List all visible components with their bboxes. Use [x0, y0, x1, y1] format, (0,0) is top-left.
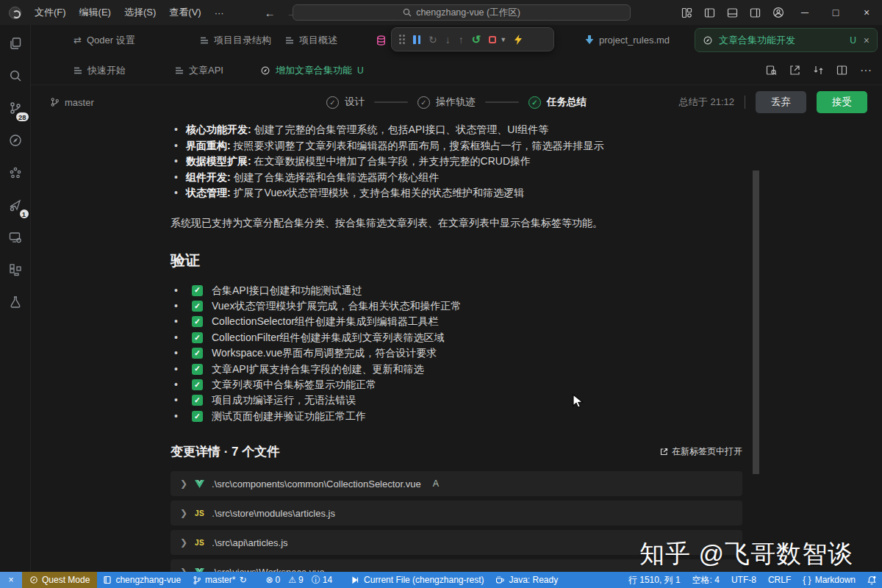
remote-indicator[interactable]: × — [0, 572, 22, 588]
accept-button[interactable]: 接受 — [817, 91, 867, 113]
open-preview-side-icon[interactable] — [789, 65, 800, 76]
menu-file[interactable]: 文件(F) — [28, 4, 73, 21]
java-status[interactable]: Java: Ready — [490, 572, 564, 588]
menu-overflow[interactable]: ··· — [208, 4, 231, 21]
language-mode[interactable]: { } Markdown — [797, 572, 861, 588]
open-in-new-tab-link[interactable]: 在新标签页中打开 — [660, 445, 742, 458]
branch-icon — [193, 576, 201, 585]
divider — [745, 96, 745, 109]
chevron-right-icon[interactable]: ❯ — [180, 508, 187, 518]
customize-layout-icon[interactable] — [675, 0, 698, 25]
chevron-right-icon[interactable]: ❯ — [180, 567, 187, 572]
quest-mode-indicator[interactable]: Quest Mode — [22, 572, 97, 588]
search-sidebar-icon[interactable] — [3, 63, 28, 88]
changes-heading: 变更详情 · 7 个文件 — [171, 443, 279, 460]
remote-explorer-icon[interactable] — [3, 225, 28, 250]
qoder-chat-icon[interactable] — [3, 128, 28, 153]
checkbox-checked-icon: ✓ — [192, 348, 203, 359]
mcp-tools-icon[interactable] — [3, 160, 28, 185]
verify-checklist: ✓合集API接口创建和功能测试通过 ✓Vuex状态管理模块扩展完成，合集相关状态… — [171, 283, 742, 425]
toggle-panel-icon[interactable] — [721, 0, 744, 25]
branch-label[interactable]: master — [50, 97, 94, 108]
debug-toolbar: ↻ ↓ ↑ ↺ ▼ — [391, 27, 554, 51]
toggle-sidebar-icon[interactable] — [698, 0, 721, 25]
sync-icon[interactable]: ↻ — [239, 575, 246, 585]
drag-grip-icon[interactable] — [399, 35, 405, 44]
tab-project-overview[interactable]: 项目概述 — [285, 25, 337, 55]
preview-icon[interactable] — [766, 65, 777, 76]
workspace-search-input[interactable]: chengzhang-vue (工作区) — [293, 4, 631, 21]
stop-icon[interactable] — [489, 36, 496, 43]
workspace-indicator[interactable]: chengzhang-vue — [97, 572, 187, 588]
branch-indicator[interactable]: master* ↻ — [187, 572, 252, 588]
step-out-icon[interactable]: ↑ — [459, 34, 464, 46]
vue-file-icon — [195, 480, 204, 488]
testing-icon[interactable] — [3, 290, 28, 315]
restart-icon[interactable]: ↺ — [472, 33, 481, 46]
window-close-button[interactable]: × — [851, 0, 882, 25]
source-control-icon[interactable]: 28 — [3, 96, 28, 121]
window-minimize-button[interactable]: ─ — [789, 0, 820, 25]
js-file-icon: JS — [195, 539, 204, 547]
account-icon[interactable] — [767, 0, 789, 25]
more-actions-icon[interactable]: ··· — [860, 64, 872, 77]
indentation-setting[interactable]: 空格: 4 — [686, 572, 725, 588]
explorer-icon[interactable] — [3, 31, 28, 56]
checkbox-checked-icon: ✓ — [192, 285, 203, 296]
eol-setting[interactable]: CRLF — [762, 572, 797, 588]
step-summary[interactable]: ✓ 任务总结 — [528, 96, 587, 109]
chevron-right-icon[interactable]: ❯ — [180, 537, 187, 548]
current-file-indicator[interactable]: Current File (chengzhang-rest) — [345, 572, 490, 588]
encoding-setting[interactable]: UTF-8 — [725, 572, 762, 588]
verify-heading: 验证 — [171, 251, 742, 270]
problems-indicator[interactable]: ⊗0 ⚠9 ⓘ14 — [260, 572, 339, 588]
lightning-icon[interactable] — [514, 35, 523, 45]
nav-back-icon[interactable]: ← — [265, 7, 276, 19]
chevron-right-icon[interactable]: ❯ — [180, 478, 187, 489]
book-icon — [103, 576, 112, 584]
discard-button[interactable]: 丢弃 — [756, 91, 806, 113]
modified-badge: U — [850, 35, 856, 46]
restart-step-icon[interactable]: ↻ — [429, 34, 437, 46]
menu-selection[interactable]: 选择(S) — [118, 4, 162, 21]
scrollbar-thumb[interactable] — [753, 171, 759, 474]
summary-time: 总结于 21:12 — [679, 96, 734, 109]
notifications-bell-icon[interactable] — [861, 572, 882, 588]
step-trace[interactable]: ✓ 操作轨迹 — [417, 96, 476, 109]
modified-badge: U — [357, 65, 364, 76]
tab-qoder-settings[interactable]: ⇄ Qoder 设置 — [74, 25, 135, 55]
tab-add-collection-feature[interactable]: 增加文章合集功能 U — [260, 55, 364, 85]
list-icon — [200, 36, 209, 45]
tab-quick-start[interactable]: 快速开始 — [74, 55, 126, 85]
branch-icon — [50, 97, 60, 107]
compare-changes-icon[interactable] — [813, 65, 824, 76]
summary-header: master ✓ 设计 ✓ 操作轨迹 ✓ 任务总结 总结于 21:12 丢弃 接… — [31, 85, 882, 119]
tab-article-api[interactable]: 文章API — [175, 55, 223, 85]
watermark-text: 知乎 @飞哥数智谈 — [639, 537, 853, 571]
checkbox-checked-icon: ✓ — [192, 332, 203, 343]
pause-icon[interactable] — [413, 35, 420, 44]
menu-edit[interactable]: 编辑(E) — [73, 4, 118, 21]
extensions-icon[interactable] — [3, 257, 28, 282]
tab-project-structure[interactable]: 项目目录结构 — [200, 25, 271, 55]
agent-tasks-icon[interactable]: 1 — [3, 193, 28, 218]
step-into-icon[interactable]: ↓ — [445, 34, 451, 46]
file-row[interactable]: ❯ JS .\src\store\modules\articles.js — [171, 501, 742, 526]
step-design[interactable]: ✓ 设计 — [326, 96, 365, 109]
cursor-position[interactable]: 行 1510, 列 1 — [623, 572, 686, 588]
warning-icon: ⚠ — [288, 575, 296, 585]
quest-compass-icon — [29, 576, 38, 584]
stop-dropdown-icon[interactable]: ▼ — [500, 36, 506, 43]
check-circle-green-icon: ✓ — [528, 96, 541, 109]
tab-close-icon[interactable]: × — [864, 35, 870, 46]
toggle-secondary-sidebar-icon[interactable] — [744, 0, 767, 25]
file-row[interactable]: ❯ .\src\components\common\CollectionSele… — [171, 471, 742, 496]
tab-database-icon[interactable] — [376, 25, 386, 55]
split-editor-icon[interactable] — [836, 65, 847, 76]
tab-project-rules[interactable]: project_rules.md — [585, 25, 670, 55]
check-item: ✓CollectionFilter组件创建并集成到文章列表筛选区域 — [171, 330, 742, 345]
source-control-badge: 28 — [15, 111, 30, 123]
menu-view[interactable]: 查看(V) — [162, 4, 207, 21]
window-maximize-button[interactable]: □ — [820, 0, 851, 25]
tab-collection-feature[interactable]: 文章合集功能开发 U × — [695, 28, 878, 52]
